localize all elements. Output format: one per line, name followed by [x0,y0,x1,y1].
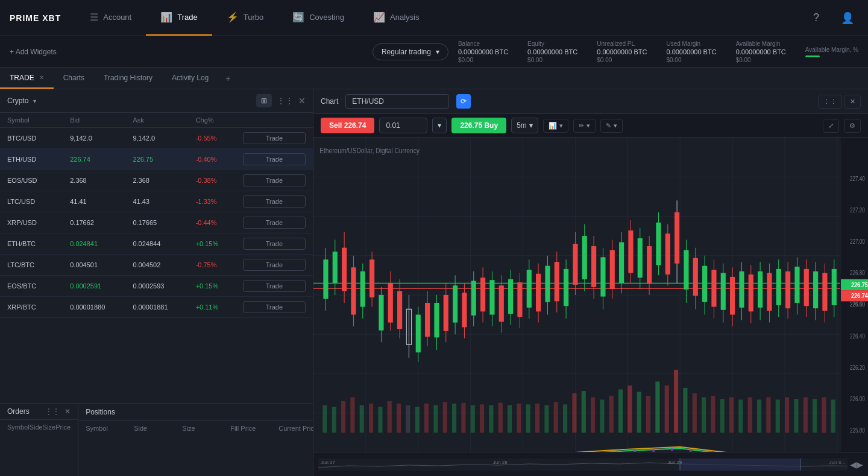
cell-ask: 0.004502 [133,261,195,268]
crypto-widget-title[interactable]: Crypto ▾ [7,97,36,105]
used-margin-usd: $0.00 [666,57,716,63]
cell-ask: 0.0002593 [133,282,195,290]
svg-rect-80 [591,246,596,287]
chart-settings-button[interactable]: ⚙ [844,119,861,133]
trade-button[interactable]: Trade [243,153,306,165]
chart-fullscreen-button[interactable]: ⤢ [823,119,839,133]
nav-account[interactable]: ☰ Account [75,0,146,36]
svg-rect-116 [758,271,763,308]
cell-ask: 2.368 [133,177,195,184]
tab-trade[interactable]: TRADE ✕ [0,68,54,89]
covesting-icon: 🔄 [292,11,304,23]
buy-button[interactable]: 226.75 Buy [451,118,506,133]
nav-covesting[interactable]: 🔄 Covesting [278,0,359,36]
orders-header: Orders ⋮⋮ ✕ [0,404,78,420]
trading-type-select[interactable]: Regular trading ▾ [373,43,448,60]
chart-pair-input[interactable] [345,94,449,109]
svg-rect-174 [702,398,706,433]
svg-rect-32 [370,259,374,297]
tab-trade-close[interactable]: ✕ [39,74,44,81]
quantity-input[interactable] [379,118,427,133]
balance-label: Balance [458,40,508,47]
chart-indicator-button[interactable]: 📊 ▾ [543,119,568,133]
table-row[interactable]: LTC/BTC 0.004501 0.004502 -0.75% Trade [0,255,313,276]
used-margin-btc: 0.00000000 BTC [666,48,716,56]
table-row[interactable]: LTC/USD 41.41 41.43 -1.33% Trade [0,191,313,212]
svg-rect-38 [397,291,402,329]
widget-drag-handle[interactable]: ⋮⋮ [277,96,294,106]
top-navigation: PRIME XBT ☰ Account 📊 Trade ⚡ Turbo 🔄 Co… [0,0,868,36]
chart-menu-button[interactable]: ⋮⋮ [818,95,842,109]
nav-turbo[interactable]: ⚡ Turbo [212,0,278,36]
cell-ask: 0.17665 [133,219,195,226]
table-row[interactable]: ETH/USD 226.74 226.75 -0.40% Trade [0,149,313,170]
cell-bid: 2.368 [70,177,133,184]
cell-bid: 226.74 [70,156,133,163]
orders-columns: Symbol Side Size Price [0,420,78,434]
table-row[interactable]: ETH/BTC 0.024841 0.024844 +0.15% Trade [0,233,313,255]
svg-rect-167 [637,392,641,433]
svg-rect-100 [684,250,688,290]
svg-rect-186 [813,399,817,433]
user-button[interactable]: 👤 [837,7,858,29]
trade-button[interactable]: Trade [243,280,306,292]
table-row[interactable]: XRP/USD 0.17662 0.17665 -0.44% Trade [0,212,313,233]
orders-menu[interactable]: ⋮⋮ [45,407,60,416]
chart-area: Ethereum/USDollar, Digital Currency [313,138,868,476]
nav-items: ☰ Account 📊 Trade ⚡ Turbo 🔄 Covesting 📈 … [75,0,805,36]
timeframe-chevron: ▾ [529,121,533,130]
chart-settings2-button[interactable]: ✎ ▾ [600,119,623,133]
svg-rect-166 [627,386,632,433]
nav-trade[interactable]: 📊 Trade [146,0,212,36]
orders-col-price: Price [55,424,71,431]
logo-prime: PRIME XBT [10,13,61,23]
svg-rect-171 [674,370,678,433]
trade-button[interactable]: Trade [243,217,306,229]
nav-analysis[interactable]: 📈 Analysis [359,0,433,36]
trade-button[interactable]: Trade [243,259,306,271]
chart-sync-button[interactable]: ⟳ [456,94,471,109]
help-button[interactable]: ? [805,7,827,29]
widget-grid-button[interactable]: ⊞ [256,94,272,107]
table-row[interactable]: EOS/USD 2.368 2.368 -0.38% Trade [0,170,313,191]
svg-rect-136 [350,398,354,433]
table-row[interactable]: BTC/USD 9,142.0 9,142.0 -0.55% Trade [0,128,313,149]
trade-button[interactable]: Trade [243,174,306,186]
svg-rect-28 [351,267,356,314]
cell-bid: 0.00001880 [70,303,133,311]
svg-rect-151 [489,405,493,433]
tab-charts[interactable]: Charts [54,68,94,89]
trade-button[interactable]: Trade [243,301,306,313]
tab-history[interactable]: Trading History [94,68,162,89]
quantity-unit: ▾ [438,121,441,130]
orders-close[interactable]: ✕ [64,407,71,416]
table-row[interactable]: EOS/BTC 0.0002591 0.0002593 +0.15% Trade [0,276,313,297]
trade-button[interactable]: Trade [243,238,306,250]
svg-rect-128 [813,271,818,308]
svg-rect-72 [555,262,559,301]
widget-close-button[interactable]: ✕ [298,96,306,106]
cell-chg: +0.11% [196,303,243,311]
logo[interactable]: PRIME XBT [10,13,61,23]
trade-button[interactable]: Trade [243,132,306,144]
cell-ask: 226.75 [133,156,195,163]
table-row[interactable]: XRP/BTC 0.00001880 0.00001881 +0.11% Tra… [0,297,313,318]
crypto-title-label: Crypto [7,97,28,105]
svg-rect-183 [785,398,789,433]
chart-close-button[interactable]: ✕ [844,95,861,109]
svg-rect-112 [739,271,744,308]
tab-add-button[interactable]: + [218,74,237,83]
svg-rect-141 [397,404,401,433]
timeframe-select[interactable]: 5m ▾ [511,118,538,133]
sell-button[interactable]: Sell 226.74 [321,118,374,133]
trade-button[interactable]: Trade [243,195,306,208]
svg-rect-58 [489,280,494,314]
quantity-unit-select[interactable]: ▾ [432,118,447,133]
chart-draw-button[interactable]: ✏ ▾ [573,119,596,133]
timeframe-label: 5m [517,121,527,130]
svg-text:226.74: 226.74 [851,291,868,299]
pos-col-side: Side [134,425,182,432]
add-widgets-button[interactable]: + Add Widgets [10,48,57,56]
cell-symbol: ETH/USD [7,156,70,163]
tab-activity[interactable]: Activity Log [162,68,218,89]
